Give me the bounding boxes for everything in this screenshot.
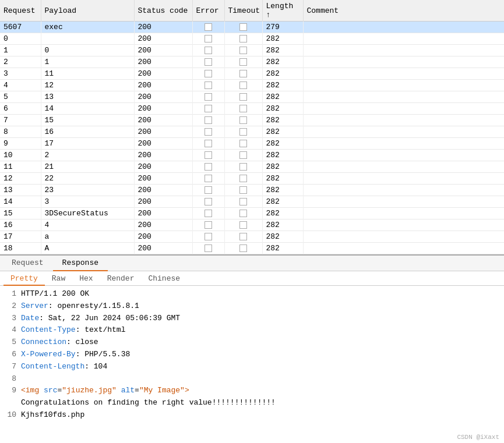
table-row[interactable]: 917200282	[0, 138, 504, 150]
cell-payload	[41, 33, 134, 45]
timeout-checkbox[interactable]	[239, 35, 247, 42]
error-checkbox[interactable]	[205, 35, 212, 42]
error-checkbox[interactable]	[205, 233, 212, 240]
table-row[interactable]: 10200282	[0, 45, 504, 56]
error-checkbox[interactable]	[205, 81, 212, 89]
col-payload-header[interactable]: Payload	[41, 0, 134, 22]
table-row[interactable]: 1323200282	[0, 185, 504, 196]
timeout-checkbox[interactable]	[239, 105, 247, 112]
table-row[interactable]: 0200282	[0, 33, 504, 45]
error-checkbox[interactable]	[205, 93, 212, 101]
cell-length: 282	[262, 91, 303, 103]
error-checkbox[interactable]	[205, 47, 212, 54]
timeout-checkbox[interactable]	[239, 140, 247, 147]
results-table-section: Request Payload Status code Error Timeou…	[0, 0, 504, 256]
error-checkbox[interactable]	[205, 140, 212, 147]
error-checkbox[interactable]	[205, 198, 212, 205]
sub-tab-render[interactable]: Render	[100, 272, 142, 286]
timeout-checkbox[interactable]	[239, 151, 247, 159]
timeout-checkbox[interactable]	[239, 198, 247, 205]
error-checkbox[interactable]	[205, 116, 212, 124]
timeout-checkbox[interactable]	[239, 58, 247, 66]
cell-status: 200	[134, 138, 192, 150]
response-line: 3Date: Sat, 22 Jun 2024 05:06:39 GMT	[5, 313, 499, 325]
error-checkbox[interactable]	[205, 105, 212, 112]
timeout-checkbox[interactable]	[239, 81, 247, 89]
cell-timeout	[224, 80, 262, 91]
cell-error	[192, 208, 224, 219]
col-request-header[interactable]: Request	[0, 0, 41, 22]
timeout-checkbox[interactable]	[239, 244, 247, 252]
cell-length: 282	[262, 45, 303, 56]
timeout-checkbox[interactable]	[239, 93, 247, 101]
table-row[interactable]: 1222200282	[0, 173, 504, 185]
timeout-checkbox[interactable]	[239, 233, 247, 240]
cell-length: 279	[262, 22, 303, 33]
timeout-checkbox[interactable]	[239, 186, 247, 194]
table-row[interactable]: 311200282	[0, 68, 504, 80]
table-row[interactable]: 164200282	[0, 219, 504, 231]
table-row[interactable]: 412200282	[0, 80, 504, 91]
error-checkbox[interactable]	[205, 163, 212, 171]
error-checkbox[interactable]	[205, 23, 212, 31]
sub-tab-pretty[interactable]: Pretty	[3, 272, 45, 286]
error-checkbox[interactable]	[205, 70, 212, 77]
timeout-checkbox[interactable]	[239, 163, 247, 171]
error-checkbox[interactable]	[205, 175, 212, 182]
error-checkbox[interactable]	[205, 221, 212, 229]
sub-tab-raw[interactable]: Raw	[45, 272, 72, 286]
col-status-header[interactable]: Status code	[134, 0, 192, 22]
timeout-checkbox[interactable]	[239, 221, 247, 229]
timeout-checkbox[interactable]	[239, 175, 247, 182]
table-row[interactable]: 102200282	[0, 150, 504, 161]
cell-timeout	[224, 231, 262, 243]
col-error-header[interactable]: Error	[192, 0, 224, 22]
cell-status: 200	[134, 33, 192, 45]
cell-request: 5	[0, 91, 41, 103]
sub-tab-bar: Pretty Raw Hex Render Chinese	[0, 271, 504, 286]
table-row[interactable]: 143200282	[0, 196, 504, 208]
col-timeout-header[interactable]: Timeout	[224, 0, 262, 22]
table-row[interactable]: 5607exec200279	[0, 22, 504, 33]
response-line: 4Content-Type: text/html	[5, 324, 499, 336]
timeout-checkbox[interactable]	[239, 128, 247, 136]
table-row[interactable]: 153DSecureStatus200282	[0, 208, 504, 219]
line-number: 7	[5, 361, 16, 373]
cell-comment	[303, 80, 504, 91]
error-checkbox[interactable]	[205, 244, 212, 252]
timeout-checkbox[interactable]	[239, 23, 247, 31]
cell-timeout	[224, 103, 262, 115]
table-row[interactable]: 21200282	[0, 56, 504, 68]
error-checkbox[interactable]	[205, 186, 212, 194]
table-row[interactable]: 816200282	[0, 126, 504, 138]
error-checkbox[interactable]	[205, 151, 212, 159]
sub-tab-chinese[interactable]: Chinese	[141, 272, 187, 286]
error-checkbox[interactable]	[205, 58, 212, 66]
cell-status: 200	[134, 68, 192, 80]
tab-request[interactable]: Request	[2, 256, 53, 271]
line-content: Server: openresty/1.15.8.1	[21, 300, 139, 313]
timeout-checkbox[interactable]	[239, 47, 247, 54]
table-row[interactable]: 18A200282	[0, 243, 504, 254]
cell-length: 282	[262, 161, 303, 173]
cell-payload: 4	[41, 219, 134, 231]
error-checkbox[interactable]	[205, 128, 212, 136]
cell-payload: 1	[41, 56, 134, 68]
table-row[interactable]: 614200282	[0, 103, 504, 115]
line-number: 6	[5, 349, 16, 361]
col-length-header[interactable]: Length ↑	[262, 0, 303, 22]
table-row[interactable]: 715200282	[0, 115, 504, 126]
cell-error	[192, 126, 224, 138]
table-row[interactable]: 17a200282	[0, 231, 504, 243]
cell-comment	[303, 208, 504, 219]
cell-payload: A	[41, 243, 134, 254]
timeout-checkbox[interactable]	[239, 116, 247, 124]
sub-tab-hex[interactable]: Hex	[72, 272, 100, 286]
error-checkbox[interactable]	[205, 210, 212, 217]
tab-response[interactable]: Response	[53, 256, 108, 271]
table-row[interactable]: 1121200282	[0, 161, 504, 173]
col-comment-header[interactable]: Comment	[303, 0, 504, 22]
table-row[interactable]: 513200282	[0, 91, 504, 103]
timeout-checkbox[interactable]	[239, 70, 247, 77]
timeout-checkbox[interactable]	[239, 210, 247, 217]
